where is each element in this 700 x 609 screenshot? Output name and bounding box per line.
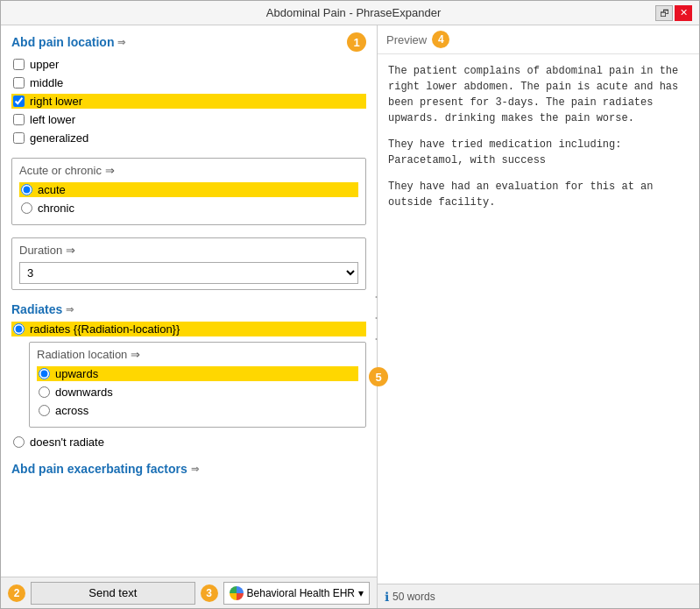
radio-radiates-label: radiates {{Radiation-location}} — [30, 322, 180, 336]
acute-chronic-edit-icon[interactable]: ⇒ — [105, 164, 115, 177]
section-duration: Duration ⇒ 1 2 3 4 5 6 7 — [11, 237, 366, 290]
section-acute-chronic: Acute or chronic ⇒ acute chronic — [11, 158, 366, 225]
preview-paragraph-3: They have had an evaluation for this at … — [388, 179, 689, 210]
main-content: Abd pain location ⇒ 1 upper middle — [1, 25, 699, 608]
radio-doesnt-radiate-input[interactable] — [13, 436, 25, 448]
radio-chronic-input[interactable] — [21, 202, 32, 214]
radio-doesnt-radiate: doesn't radiate — [11, 435, 366, 450]
abd-pain-location-label: Abd pain location — [11, 35, 114, 49]
radiation-location-label: Radiation location — [37, 348, 127, 361]
checkbox-middle-label: middle — [30, 76, 63, 89]
duration-edit-icon[interactable]: ⇒ — [66, 244, 75, 257]
radio-chronic: chronic — [19, 201, 358, 216]
radio-across: across — [37, 403, 358, 418]
checkbox-generalized-label: generalized — [30, 131, 88, 145]
checkbox-right-lower-label: right lower — [30, 95, 82, 108]
badge-4: 4 — [432, 31, 449, 48]
word-count: 50 words — [392, 591, 435, 603]
section-exacerbating: Abd pain exacerbating factors ⇒ — [11, 462, 366, 476]
acute-chronic-title: Acute or chronic ⇒ — [19, 164, 358, 177]
duration-title: Duration ⇒ — [19, 244, 358, 257]
app-icon — [230, 586, 244, 600]
info-icon: ℹ — [385, 590, 389, 604]
checkbox-middle-input[interactable] — [13, 77, 25, 89]
radio-acute: acute — [19, 182, 358, 197]
badge-1: 1 — [347, 32, 366, 52]
dot-2: · — [374, 308, 380, 326]
checkbox-right-lower-input[interactable] — [13, 96, 25, 107]
restore-button[interactable]: 🗗 — [655, 5, 673, 21]
checkbox-right-lower: right lower — [11, 94, 366, 109]
radiates-title: Radiates ⇒ — [11, 302, 366, 316]
radio-downwards: downwards — [37, 385, 358, 400]
left-scroll-area[interactable]: Abd pain location ⇒ 1 upper middle — [1, 25, 377, 577]
window-title: Abdominal Pain - PhraseExpander — [52, 6, 655, 19]
badge-3: 3 — [201, 584, 218, 602]
sub-section-radiation-location: Radiation location ⇒ upwards downwards — [29, 342, 366, 428]
close-button[interactable]: ✕ — [675, 5, 692, 21]
title-bar: Abdominal Pain - PhraseExpander 🗗 ✕ — [1, 1, 699, 25]
main-window: Abdominal Pain - PhraseExpander 🗗 ✕ Abd … — [0, 0, 700, 609]
section-title-abd-pain-location: Abd pain location ⇒ 1 — [11, 32, 366, 52]
checkbox-middle: middle — [11, 75, 366, 90]
duration-label: Duration — [19, 244, 62, 257]
badge-2: 2 — [8, 584, 25, 602]
section-abd-pain-location: Abd pain location ⇒ 1 upper middle — [11, 32, 366, 145]
radio-upwards: upwards — [37, 366, 358, 381]
exacerbating-label: Abd pain exacerbating factors — [11, 462, 187, 476]
preview-header: Preview 4 — [378, 25, 699, 54]
radiates-label: Radiates — [11, 302, 62, 316]
acute-chronic-label: Acute or chronic — [19, 164, 102, 177]
radio-upwards-input[interactable] — [39, 368, 50, 379]
preview-paragraph-1: The patient complains of abdominal pain … — [388, 63, 689, 126]
exacerbating-title: Abd pain exacerbating factors ⇒ — [11, 462, 366, 476]
preview-content[interactable]: The patient complains of abdominal pain … — [378, 54, 699, 584]
bottom-bar: 2 Send text 3 Behavioral Health EHR ▾ — [1, 577, 377, 608]
app-selector[interactable]: Behavioral Health EHR ▾ — [223, 582, 370, 605]
window-controls: 🗗 ✕ — [655, 5, 692, 21]
checkbox-left-lower-input[interactable] — [13, 114, 25, 125]
checkbox-upper: upper — [11, 57, 366, 72]
dot-3: · — [374, 329, 380, 347]
preview-label: Preview — [386, 33, 427, 46]
radio-across-input[interactable] — [39, 405, 50, 416]
radiation-location-edit-icon[interactable]: ⇒ — [131, 348, 140, 361]
radio-upwards-label: upwards — [55, 367, 98, 380]
radiation-location-title: Radiation location ⇒ — [37, 348, 358, 361]
checkbox-left-lower-label: left lower — [30, 113, 75, 126]
radio-downwards-label: downwards — [55, 386, 113, 399]
radio-acute-label: acute — [38, 183, 66, 196]
radio-across-label: across — [55, 404, 88, 417]
radio-radiates-input[interactable] — [13, 323, 25, 335]
checkbox-upper-input[interactable] — [13, 59, 25, 70]
checkbox-upper-label: upper — [30, 58, 59, 71]
checkbox-generalized-input[interactable] — [13, 132, 25, 144]
dot-1: · — [374, 287, 380, 305]
checkbox-generalized: generalized — [11, 131, 366, 145]
left-panel: Abd pain location ⇒ 1 upper middle — [1, 25, 378, 608]
send-text-button[interactable]: Send text — [31, 582, 195, 605]
section-radiates: Radiates ⇒ radiates {{Radiation-location… — [11, 302, 366, 450]
app-name: Behavioral Health EHR — [247, 587, 355, 599]
vertical-divider: · · · — [374, 287, 380, 347]
abd-pain-location-edit-icon[interactable]: ⇒ — [117, 37, 125, 48]
checkbox-left-lower: left lower — [11, 112, 366, 127]
preview-footer: ℹ 50 words — [378, 584, 699, 608]
radio-downwards-input[interactable] — [39, 386, 50, 398]
right-panel: Preview 4 The patient complains of abdom… — [378, 25, 699, 608]
radio-chronic-label: chronic — [38, 202, 74, 215]
radio-radiates: radiates {{Radiation-location}} — [11, 322, 366, 336]
preview-paragraph-2: They have tried medication including: Pa… — [388, 137, 689, 168]
exacerbating-edit-icon[interactable]: ⇒ — [191, 464, 199, 475]
radio-doesnt-radiate-label: doesn't radiate — [30, 436, 104, 449]
radio-acute-input[interactable] — [21, 184, 32, 195]
badge-5: 5 — [369, 367, 388, 386]
duration-select[interactable]: 1 2 3 4 5 6 7 — [19, 262, 358, 284]
radiates-edit-icon[interactable]: ⇒ — [66, 304, 74, 315]
chevron-down-icon: ▾ — [358, 587, 364, 599]
